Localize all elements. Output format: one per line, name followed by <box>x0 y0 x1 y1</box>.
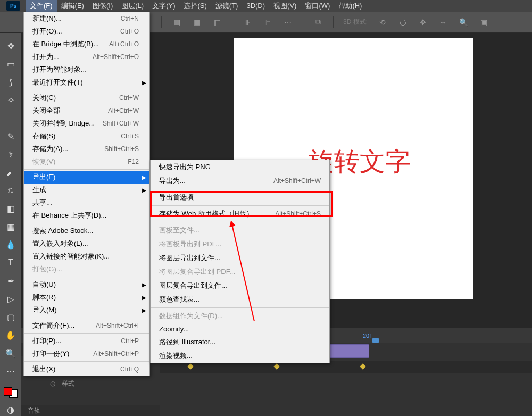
hand-tool-icon[interactable]: ✋ <box>4 329 17 342</box>
eyedropper-tool-icon[interactable]: ✎ <box>4 130 17 143</box>
quick-mask-icon[interactable]: ◑ <box>4 403 17 416</box>
export-layers-files[interactable]: 将图层导出到文件... <box>151 251 329 265</box>
separator <box>24 361 149 362</box>
overlap-icon[interactable]: ⧉ <box>313 17 323 28</box>
playhead-line[interactable] <box>371 343 371 412</box>
file-save-as[interactable]: 存储为(A)...Shift+Ctrl+S <box>24 143 149 155</box>
move-tool-icon[interactable]: ✥ <box>4 39 17 52</box>
playhead-time-label: 20f <box>363 332 371 339</box>
file-import[interactable]: 导入(M)▶ <box>24 304 149 317</box>
separator <box>151 222 329 222</box>
file-exit[interactable]: 退出(X)Ctrl+Q <box>24 363 149 376</box>
menu-help[interactable]: 帮助(H) <box>334 0 366 12</box>
menu-layer[interactable]: 图层(L) <box>117 0 148 12</box>
menu-select[interactable]: 选择(S) <box>179 0 211 12</box>
audio-track-row[interactable]: 音轨 🔈 ♪ ▾ <box>21 405 160 416</box>
file-browse-bridge[interactable]: 在 Bridge 中浏览(B)...Alt+Ctrl+O <box>24 38 149 51</box>
file-scripts[interactable]: 脚本(R)▶ <box>24 291 149 304</box>
file-export[interactable]: 导出(E)▶ <box>24 171 149 184</box>
file-print-one[interactable]: 打印一份(Y)Alt+Shift+Ctrl+P <box>24 347 149 360</box>
file-info[interactable]: 文件简介(F)...Alt+Shift+Ctrl+I <box>24 319 149 332</box>
file-close-all[interactable]: 关闭全部Alt+Ctrl+W <box>24 104 149 117</box>
file-place-linked[interactable]: 置入链接的智能对象(K)... <box>24 250 149 263</box>
pan-icon[interactable]: ✥ <box>418 17 428 28</box>
file-search-stock[interactable]: 搜索 Adobe Stock... <box>24 224 149 237</box>
align-top-icon[interactable]: ▤ <box>171 17 182 28</box>
shape-tool-icon[interactable]: ▢ <box>4 311 17 323</box>
zoom-3d-icon[interactable]: 🔍 <box>458 17 469 28</box>
more-tools-icon[interactable]: ⋯ <box>4 365 17 378</box>
file-new[interactable]: 新建(N)...Ctrl+N <box>24 12 149 25</box>
file-generate[interactable]: 生成▶ <box>24 184 149 196</box>
menu-view[interactable]: 视图(V) <box>269 0 301 12</box>
color-swatch[interactable] <box>4 387 18 398</box>
slide-icon[interactable]: ↔ <box>438 17 448 28</box>
crop-tool-icon[interactable]: ⛶ <box>4 112 17 124</box>
menu-filter[interactable]: 滤镜(T) <box>211 0 243 12</box>
file-open[interactable]: 打开(O)...Ctrl+O <box>24 25 149 38</box>
export-color-lookup[interactable]: 颜色查找表... <box>151 293 329 306</box>
stopwatch-icon[interactable]: ◷ <box>50 380 55 387</box>
separator <box>151 205 329 206</box>
clone-tool-icon[interactable]: ⎌ <box>4 184 17 197</box>
type-tool-icon[interactable]: T <box>4 256 17 269</box>
menu-file[interactable]: 文件(F) <box>26 0 57 12</box>
playhead-marker-icon[interactable] <box>372 338 379 343</box>
file-place-embedded[interactable]: 置入嵌入对象(L)... <box>24 237 149 250</box>
file-recent[interactable]: 最近打开文件(T)▶ <box>24 76 149 89</box>
file-share[interactable]: 共享... <box>24 196 149 209</box>
lasso-tool-icon[interactable]: ⟆ <box>4 76 17 88</box>
export-as[interactable]: 导出为...Alt+Shift+Ctrl+W <box>151 174 329 188</box>
file-open-smart[interactable]: 打开为智能对象... <box>24 63 149 76</box>
healing-tool-icon[interactable]: ⚕ <box>4 148 17 161</box>
style-property-label: 样式 <box>62 379 74 388</box>
brush-tool-icon[interactable]: 🖌 <box>4 166 17 179</box>
zoom-tool-icon[interactable]: 🔍 <box>4 347 17 360</box>
menu-image[interactable]: 图像(I) <box>88 0 117 12</box>
file-automate[interactable]: 自动(U)▶ <box>24 278 149 291</box>
separator <box>232 16 232 28</box>
distribute-v-icon[interactable]: ⊫ <box>262 17 273 28</box>
export-save-for-web[interactable]: 存储为 Web 所用格式（旧版）...Alt+Shift+Ctrl+S <box>151 207 329 221</box>
separator <box>333 16 334 28</box>
align-bottom-icon[interactable]: ▥ <box>212 17 222 28</box>
menu-edit[interactable]: 编辑(E) <box>57 0 88 12</box>
roll-icon[interactable]: ⭯ <box>397 17 408 28</box>
path-tool-icon[interactable]: ▷ <box>4 293 17 305</box>
more-icon[interactable]: ⋯ <box>282 17 293 28</box>
separator <box>151 307 329 308</box>
app-logo: Ps <box>6 1 20 11</box>
separator <box>24 318 149 318</box>
magic-wand-tool-icon[interactable]: ✧ <box>4 94 17 106</box>
export-render-video[interactable]: 渲染视频... <box>151 349 329 363</box>
separator <box>24 223 149 223</box>
menu-3d[interactable]: 3D(D) <box>242 0 269 12</box>
export-paths-illustrator[interactable]: 路径到 Illustrator... <box>151 335 329 349</box>
export-quick-png[interactable]: 快速导出为 PNG <box>151 160 329 174</box>
export-zoomify[interactable]: Zoomify... <box>151 323 329 335</box>
submenu-arrow-icon: ▶ <box>142 295 146 301</box>
pen-tool-icon[interactable]: ✒ <box>4 274 17 287</box>
file-menu-dropdown: 新建(N)...Ctrl+N 打开(O)...Ctrl+O 在 Bridge 中… <box>23 12 150 376</box>
file-close-bridge[interactable]: 关闭并转到 Bridge...Shift+Ctrl+W <box>24 117 149 130</box>
file-print[interactable]: 打印(P)...Ctrl+P <box>24 335 149 347</box>
audio-label: 音轨 <box>28 406 40 415</box>
file-open-as[interactable]: 打开为...Alt+Shift+Ctrl+O <box>24 51 149 63</box>
distribute-h-icon[interactable]: ⊪ <box>242 17 253 28</box>
camera-icon[interactable]: ▣ <box>478 17 489 28</box>
menu-type[interactable]: 文字(Y) <box>148 0 179 12</box>
align-middle-icon[interactable]: ▦ <box>192 17 202 28</box>
export-layer-comps-files[interactable]: 图层复合导出到文件... <box>151 279 329 293</box>
fg-color-swatch[interactable] <box>4 387 12 396</box>
file-close[interactable]: 关闭(C)Ctrl+W <box>24 91 149 104</box>
blur-tool-icon[interactable]: 💧 <box>4 238 17 251</box>
orbit-icon[interactable]: ⟲ <box>377 17 388 28</box>
eraser-tool-icon[interactable]: ◧ <box>4 202 17 215</box>
gradient-tool-icon[interactable]: ▦ <box>4 220 17 233</box>
style-row[interactable]: ◷ 样式 <box>21 378 160 389</box>
file-save[interactable]: 存储(S)Ctrl+S <box>24 130 149 143</box>
marquee-tool-icon[interactable]: ▭ <box>4 57 17 70</box>
file-behance[interactable]: 在 Behance 上共享(D)... <box>24 209 149 222</box>
export-preferences[interactable]: 导出首选项 <box>151 190 329 204</box>
menu-window[interactable]: 窗口(W) <box>301 0 334 12</box>
